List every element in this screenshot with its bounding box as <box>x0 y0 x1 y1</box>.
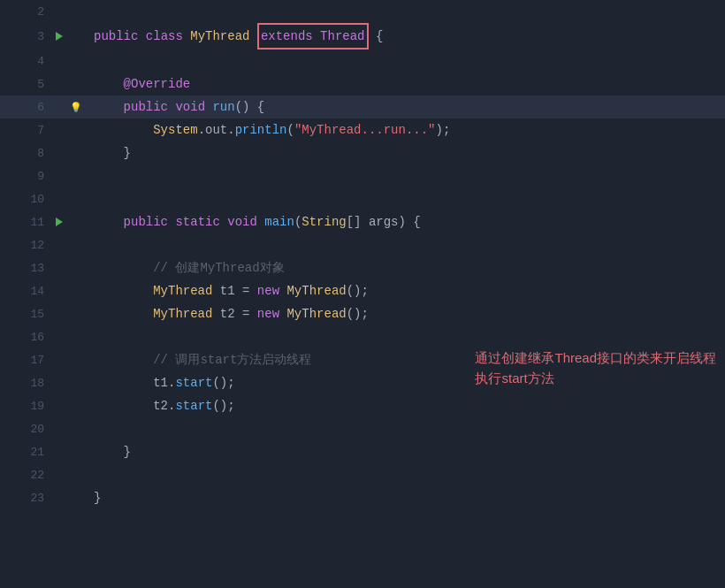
code-token-kw: static <box>175 210 219 233</box>
code-line-17: 17 // 调用start方法启动线程通过创建继承Thread接口的类来开启线程… <box>0 348 725 371</box>
line-number: 22 <box>27 469 44 482</box>
line-number-area: 16 <box>0 331 51 344</box>
code-token-classname: MyThread <box>94 279 212 302</box>
code-token-classname: String <box>301 210 346 233</box>
code-token-plain <box>220 210 227 233</box>
line-number: 14 <box>27 285 44 298</box>
line-number-area: 7 <box>0 124 51 137</box>
code-token-plain: ( <box>294 210 301 233</box>
code-content: MyThread t1 = new MyThread(); <box>83 279 369 302</box>
line-number: 6 <box>27 101 44 114</box>
code-content: public void run() { <box>83 95 264 118</box>
code-token-plain: } <box>94 486 101 509</box>
code-container: 23public class MyThread extends Thread {… <box>0 0 725 588</box>
code-token-kw: new <box>257 302 279 325</box>
line-number-area: 13 <box>0 262 51 275</box>
bulb-icon[interactable]: 💡 <box>70 102 82 113</box>
code-token-plain: (); <box>347 279 369 302</box>
line-number: 5 <box>27 78 44 91</box>
line-number: 15 <box>27 308 44 321</box>
code-token-kw: public <box>94 210 168 233</box>
code-token-plain <box>205 95 212 118</box>
line-number-area: 3 <box>0 30 51 43</box>
line-number: 4 <box>27 55 44 68</box>
code-token-kw: new <box>257 279 279 302</box>
callout-line1: 通过创建继承Thread接口的类来开启线程 <box>475 350 716 365</box>
line-number: 20 <box>27 423 44 436</box>
code-token-kw: public <box>94 25 138 48</box>
code-content: public class MyThread extends Thread { <box>83 23 383 50</box>
line-number-area: 12 <box>0 239 51 252</box>
line-number: 9 <box>27 170 44 183</box>
code-token-plain <box>257 210 264 233</box>
code-token-kw: class <box>146 25 183 48</box>
line-number: 16 <box>27 331 44 344</box>
code-content: MyThread t2 = new MyThread(); <box>83 302 369 325</box>
code-token-plain <box>279 302 286 325</box>
code-line-10: 10 <box>0 187 725 210</box>
code-token-kw: void <box>175 95 205 118</box>
line-number-area: 4 <box>0 55 51 68</box>
line-number-area: 22 <box>0 469 51 482</box>
line-number-area: 20 <box>0 423 51 436</box>
line-number-area: 14 <box>0 285 51 298</box>
code-token-plain: t2. <box>94 394 175 417</box>
code-token-plain: (); <box>212 371 234 394</box>
line-number-area: 19 <box>0 400 51 413</box>
run-triangle-icon[interactable] <box>56 32 63 41</box>
line-number-area: 8 <box>0 147 51 160</box>
code-line-4: 4 <box>0 50 725 73</box>
line-number-area: 6 <box>0 101 51 114</box>
code-token-plain: . <box>198 118 205 141</box>
code-token-plain: () { <box>235 95 265 118</box>
code-token-plain: (); <box>347 302 369 325</box>
extends-thread-highlight: extends Thread <box>257 23 369 50</box>
code-token-plain: (); <box>212 394 234 417</box>
run-triangle-icon[interactable] <box>56 218 63 226</box>
line-number-area: 17 <box>0 354 51 367</box>
code-content: // 调用start方法启动线程 <box>83 348 311 371</box>
code-content: public static void main(String[] args) { <box>83 210 421 233</box>
code-content: } <box>83 440 131 463</box>
code-line-19: 19 t2.start(); <box>0 394 725 417</box>
line-number: 21 <box>27 446 44 459</box>
code-token-string: "MyThread...run..." <box>294 118 436 141</box>
code-content: @Override <box>83 73 190 95</box>
line-number: 2 <box>27 5 44 19</box>
line-indicator-area: 💡 <box>67 102 83 113</box>
line-number-area: 23 <box>0 492 51 505</box>
code-token-comment: // 创建MyThread对象 <box>94 256 285 279</box>
code-line-22: 22 <box>0 463 725 486</box>
code-token-classname: MyThread <box>286 302 346 325</box>
code-token-plain <box>249 25 256 48</box>
code-token-plain: t2 = <box>212 302 256 325</box>
code-token-method: start <box>175 394 212 417</box>
line-number: 18 <box>27 377 44 390</box>
line-number-area: 9 <box>0 170 51 183</box>
line-number: 3 <box>27 30 44 43</box>
code-token-out-text: out <box>205 118 227 141</box>
code-token-plain <box>279 279 286 302</box>
code-content: t1.start(); <box>83 371 235 394</box>
line-number: 7 <box>27 124 44 137</box>
code-editor: 23public class MyThread extends Thread {… <box>0 0 725 588</box>
code-line-23: 23} <box>0 486 725 509</box>
code-token-plain: . <box>227 118 234 141</box>
code-token-method: start <box>175 371 212 394</box>
code-token-plain <box>168 95 175 118</box>
code-token-plain <box>138 25 145 48</box>
code-content: } <box>83 486 101 509</box>
code-token-method: main <box>264 210 294 233</box>
code-line-7: 7 System.out.println("MyThread...run..."… <box>0 118 725 141</box>
line-number: 13 <box>27 262 44 275</box>
code-token-system: System <box>94 118 198 141</box>
line-number-area: 2 <box>0 5 51 19</box>
code-content: } <box>83 141 131 164</box>
line-number-area: 21 <box>0 446 51 459</box>
code-token-plain: } <box>94 141 131 164</box>
line-number: 12 <box>27 239 44 252</box>
code-line-15: 15 MyThread t2 = new MyThread(); <box>0 302 725 325</box>
code-token-plain: t1 = <box>212 279 256 302</box>
code-token-kw: public <box>94 95 168 118</box>
code-line-6: 6💡 public void run() { <box>0 95 725 118</box>
